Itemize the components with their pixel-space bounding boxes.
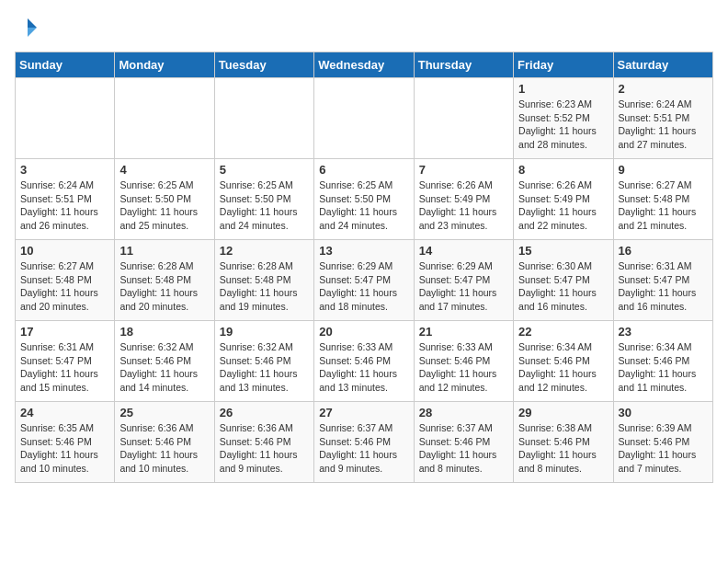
calendar-cell — [214, 78, 313, 159]
day-info: Sunrise: 6:24 AM Sunset: 5:51 PM Dayligh… — [619, 98, 708, 152]
day-info: Sunrise: 6:38 AM Sunset: 5:46 PM Dayligh… — [518, 421, 608, 476]
day-info: Sunrise: 6:25 AM Sunset: 5:50 PM Dayligh… — [119, 178, 209, 233]
calendar-cell: 15Sunrise: 6:30 AM Sunset: 5:47 PM Dayli… — [514, 240, 613, 321]
day-number: 14 — [419, 244, 508, 258]
svg-marker-1 — [28, 28, 37, 37]
day-info: Sunrise: 6:28 AM Sunset: 5:48 PM Dayligh… — [119, 259, 209, 314]
calendar-row: 3Sunrise: 6:24 AM Sunset: 5:51 PM Daylig… — [16, 159, 713, 240]
logo — [15, 15, 44, 40]
calendar-cell: 10Sunrise: 6:27 AM Sunset: 5:48 PM Dayli… — [16, 240, 115, 321]
calendar-cell: 17Sunrise: 6:31 AM Sunset: 5:47 PM Dayli… — [16, 321, 115, 402]
calendar-cell — [314, 78, 414, 159]
calendar-cell: 5Sunrise: 6:25 AM Sunset: 5:50 PM Daylig… — [214, 159, 313, 240]
day-number: 7 — [419, 163, 508, 177]
calendar-cell: 3Sunrise: 6:24 AM Sunset: 5:51 PM Daylig… — [16, 159, 115, 240]
day-number: 25 — [119, 406, 209, 419]
page-header — [15, 15, 713, 40]
calendar-cell: 12Sunrise: 6:28 AM Sunset: 5:48 PM Dayli… — [214, 240, 313, 321]
day-info: Sunrise: 6:34 AM Sunset: 5:46 PM Dayligh… — [518, 340, 608, 395]
calendar-cell: 24Sunrise: 6:35 AM Sunset: 5:46 PM Dayli… — [16, 402, 115, 483]
day-number: 10 — [20, 244, 109, 258]
calendar-cell: 6Sunrise: 6:25 AM Sunset: 5:50 PM Daylig… — [314, 159, 414, 240]
calendar-cell: 29Sunrise: 6:38 AM Sunset: 5:46 PM Dayli… — [514, 402, 613, 483]
day-number: 20 — [319, 325, 408, 339]
calendar-row: 17Sunrise: 6:31 AM Sunset: 5:47 PM Dayli… — [16, 321, 713, 402]
calendar-cell: 18Sunrise: 6:32 AM Sunset: 5:46 PM Dayli… — [115, 321, 214, 402]
calendar-cell: 28Sunrise: 6:37 AM Sunset: 5:46 PM Dayli… — [414, 402, 513, 483]
weekday-header-monday: Monday — [115, 52, 214, 78]
weekday-header-tuesday: Tuesday — [214, 52, 313, 78]
calendar-cell: 26Sunrise: 6:36 AM Sunset: 5:46 PM Dayli… — [214, 402, 313, 483]
day-info: Sunrise: 6:26 AM Sunset: 5:49 PM Dayligh… — [419, 178, 508, 233]
calendar-cell: 19Sunrise: 6:32 AM Sunset: 5:46 PM Dayli… — [214, 321, 313, 402]
day-number: 11 — [119, 244, 209, 258]
day-number: 4 — [119, 163, 209, 177]
calendar-row: 10Sunrise: 6:27 AM Sunset: 5:48 PM Dayli… — [16, 240, 713, 321]
day-info: Sunrise: 6:34 AM Sunset: 5:46 PM Dayligh… — [619, 340, 708, 395]
day-number: 12 — [220, 244, 309, 258]
calendar-cell: 13Sunrise: 6:29 AM Sunset: 5:47 PM Dayli… — [314, 240, 414, 321]
calendar-row: 24Sunrise: 6:35 AM Sunset: 5:46 PM Dayli… — [16, 402, 713, 483]
day-number: 1 — [518, 82, 608, 96]
weekday-header-saturday: Saturday — [613, 52, 712, 78]
day-number: 17 — [20, 325, 109, 339]
calendar-cell — [414, 78, 513, 159]
calendar-cell: 23Sunrise: 6:34 AM Sunset: 5:46 PM Dayli… — [613, 321, 712, 402]
day-number: 13 — [319, 244, 408, 258]
weekday-header-wednesday: Wednesday — [314, 52, 414, 78]
svg-marker-0 — [28, 18, 37, 28]
calendar-cell: 1Sunrise: 6:23 AM Sunset: 5:52 PM Daylig… — [514, 78, 613, 159]
day-info: Sunrise: 6:32 AM Sunset: 5:46 PM Dayligh… — [119, 340, 209, 395]
day-info: Sunrise: 6:28 AM Sunset: 5:48 PM Dayligh… — [220, 259, 309, 314]
day-info: Sunrise: 6:36 AM Sunset: 5:46 PM Dayligh… — [119, 421, 209, 476]
day-number: 30 — [619, 406, 708, 419]
day-info: Sunrise: 6:39 AM Sunset: 5:46 PM Dayligh… — [619, 421, 708, 476]
day-number: 15 — [518, 244, 608, 258]
day-info: Sunrise: 6:25 AM Sunset: 5:50 PM Dayligh… — [319, 178, 408, 233]
calendar-cell: 25Sunrise: 6:36 AM Sunset: 5:46 PM Dayli… — [115, 402, 214, 483]
day-info: Sunrise: 6:32 AM Sunset: 5:46 PM Dayligh… — [220, 340, 309, 395]
calendar-cell — [115, 78, 214, 159]
day-info: Sunrise: 6:37 AM Sunset: 5:46 PM Dayligh… — [319, 421, 408, 476]
day-info: Sunrise: 6:30 AM Sunset: 5:47 PM Dayligh… — [518, 259, 608, 314]
day-info: Sunrise: 6:27 AM Sunset: 5:48 PM Dayligh… — [619, 178, 708, 233]
day-info: Sunrise: 6:35 AM Sunset: 5:46 PM Dayligh… — [20, 421, 109, 476]
calendar-header-row: SundayMondayTuesdayWednesdayThursdayFrid… — [16, 52, 713, 78]
calendar-cell: 14Sunrise: 6:29 AM Sunset: 5:47 PM Dayli… — [414, 240, 513, 321]
day-info: Sunrise: 6:31 AM Sunset: 5:47 PM Dayligh… — [619, 259, 708, 314]
calendar-cell: 11Sunrise: 6:28 AM Sunset: 5:48 PM Dayli… — [115, 240, 214, 321]
day-info: Sunrise: 6:29 AM Sunset: 5:47 PM Dayligh… — [319, 259, 408, 314]
day-number: 29 — [518, 406, 608, 419]
weekday-header-sunday: Sunday — [16, 52, 115, 78]
calendar-cell: 4Sunrise: 6:25 AM Sunset: 5:50 PM Daylig… — [115, 159, 214, 240]
weekday-header-thursday: Thursday — [414, 52, 513, 78]
day-number: 6 — [319, 163, 408, 177]
calendar-cell: 30Sunrise: 6:39 AM Sunset: 5:46 PM Dayli… — [613, 402, 712, 483]
day-number: 24 — [20, 406, 109, 419]
calendar-cell: 8Sunrise: 6:26 AM Sunset: 5:49 PM Daylig… — [514, 159, 613, 240]
logo-icon — [15, 15, 40, 40]
calendar-cell: 7Sunrise: 6:26 AM Sunset: 5:49 PM Daylig… — [414, 159, 513, 240]
day-number: 3 — [20, 163, 109, 177]
calendar-cell — [16, 78, 115, 159]
calendar-table: SundayMondayTuesdayWednesdayThursdayFrid… — [15, 52, 713, 483]
calendar-cell: 2Sunrise: 6:24 AM Sunset: 5:51 PM Daylig… — [613, 78, 712, 159]
day-info: Sunrise: 6:26 AM Sunset: 5:49 PM Dayligh… — [518, 178, 608, 233]
day-info: Sunrise: 6:27 AM Sunset: 5:48 PM Dayligh… — [20, 259, 109, 314]
day-info: Sunrise: 6:24 AM Sunset: 5:51 PM Dayligh… — [20, 178, 109, 233]
day-number: 2 — [619, 82, 708, 96]
day-number: 21 — [419, 325, 508, 339]
calendar-cell: 21Sunrise: 6:33 AM Sunset: 5:46 PM Dayli… — [414, 321, 513, 402]
day-info: Sunrise: 6:25 AM Sunset: 5:50 PM Dayligh… — [220, 178, 309, 233]
calendar-body: 1Sunrise: 6:23 AM Sunset: 5:52 PM Daylig… — [16, 78, 713, 483]
day-number: 27 — [319, 406, 408, 419]
day-info: Sunrise: 6:36 AM Sunset: 5:46 PM Dayligh… — [220, 421, 309, 476]
day-number: 18 — [119, 325, 209, 339]
day-info: Sunrise: 6:33 AM Sunset: 5:46 PM Dayligh… — [419, 340, 508, 395]
day-number: 8 — [518, 163, 608, 177]
day-number: 16 — [619, 244, 708, 258]
calendar-cell: 9Sunrise: 6:27 AM Sunset: 5:48 PM Daylig… — [613, 159, 712, 240]
day-number: 28 — [419, 406, 508, 419]
day-number: 5 — [220, 163, 309, 177]
calendar-cell: 27Sunrise: 6:37 AM Sunset: 5:46 PM Dayli… — [314, 402, 414, 483]
